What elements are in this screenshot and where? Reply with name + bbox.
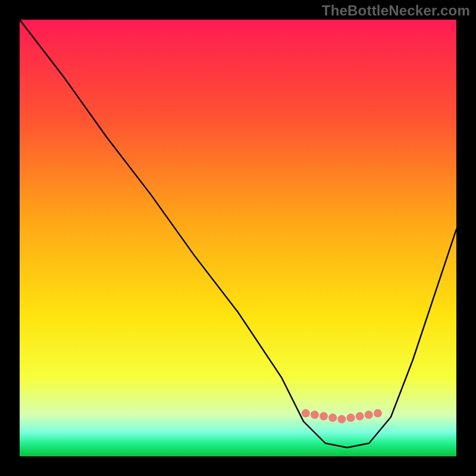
- sweet-spot-marker: [347, 414, 355, 422]
- sweet-spot-marker: [320, 412, 328, 421]
- sweet-spot-marker: [311, 411, 319, 419]
- plot-background: [20, 20, 456, 456]
- bottleneck-chart: [0, 0, 476, 476]
- sweet-spot-marker: [302, 409, 310, 418]
- sweet-spot-marker: [328, 414, 337, 422]
- sweet-spot-marker: [356, 412, 364, 421]
- sweet-spot-marker: [374, 409, 382, 418]
- sweet-spot-marker: [337, 415, 346, 424]
- sweet-spot-marker: [365, 411, 373, 419]
